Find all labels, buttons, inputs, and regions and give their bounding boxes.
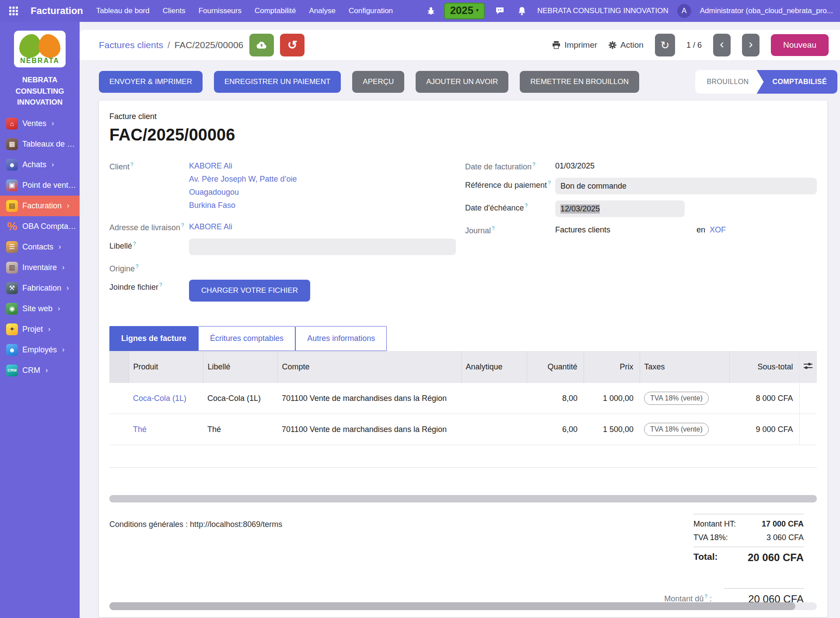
status-draft[interactable]: BROUILLON (707, 78, 756, 86)
pager-previous-button[interactable]: ‹ (713, 34, 731, 56)
menu-tableau-de-bord[interactable]: Tableau de bord (96, 7, 150, 15)
record-pager: 1 / 6 (686, 41, 702, 50)
sidebar-item-contacts[interactable]: ☰ Contacts› (0, 237, 80, 257)
product-link[interactable]: Thé (133, 425, 147, 434)
origin-label: Origine? (109, 261, 189, 274)
menu-comptabilite[interactable]: Comptabilité (255, 7, 296, 15)
row-handle-column (109, 351, 129, 383)
client-link[interactable]: KABORE Ali (189, 162, 232, 170)
line-label: Thé (203, 414, 277, 445)
line-analytic (461, 414, 527, 445)
due-date-input[interactable]: 12/03/2025 (555, 200, 685, 217)
untaxed-amount-label: Montant HT: (693, 520, 736, 529)
company-logo[interactable]: NEBRATA (14, 31, 66, 67)
label-field-label: Libellé? (109, 239, 189, 251)
sidebar-item-tableaux-de-bord[interactable]: ▦ Tableaux de … (0, 134, 80, 154)
discard-undo-button[interactable]: ↺ (280, 34, 304, 56)
menu-fournisseurs[interactable]: Fournisseurs (199, 7, 242, 15)
upload-file-button[interactable]: CHARGER VOTRE FICHIER (189, 280, 310, 302)
optional-columns-button[interactable] (799, 351, 817, 383)
project-bulb-icon: ✦ (6, 323, 18, 335)
sidebar-item-inventaire[interactable]: ▥ Inventaire› (0, 257, 80, 278)
pos-cart-icon: ▣ (6, 179, 18, 191)
fiscal-year-selector[interactable]: 2025 ▼ (444, 3, 485, 19)
menu-configuration[interactable]: Configuration (349, 7, 393, 15)
sidebar-item-crm[interactable]: CRM CRM› (0, 360, 80, 381)
client-country-line[interactable]: Burkina Faso (189, 201, 235, 210)
caret-down-icon: ▼ (475, 8, 480, 13)
app-sidebar: NEBRATA NEBRATA CONSULTING INNOVATION ⌂ … (0, 22, 80, 618)
user-menu[interactable]: Administrator (oba_cloud_nebrata_pro... (700, 7, 833, 15)
top-navbar: Facturation Tableau de bord Clients Four… (0, 0, 840, 22)
product-link[interactable]: Coca-Cola (1L) (133, 394, 186, 403)
sidebar-item-ventes[interactable]: ⌂ Ventes› (0, 113, 80, 134)
tab-journal-items[interactable]: Écritures comptables (198, 326, 295, 351)
menu-analyse[interactable]: Analyse (309, 7, 335, 15)
column-prix[interactable]: Prix (584, 351, 640, 383)
column-sous-total[interactable]: Sous-total (729, 351, 799, 383)
save-cloud-button[interactable] (249, 34, 274, 56)
preview-button[interactable]: APERÇU (352, 71, 404, 93)
user-avatar[interactable]: A (677, 4, 691, 18)
sidebar-item-projet[interactable]: ✦ Projet› (0, 319, 80, 340)
apps-grid-icon[interactable] (7, 4, 20, 18)
client-city-line[interactable]: Ouagadougou (189, 188, 239, 197)
send-print-button[interactable]: ENVOYER & IMPRIMER (99, 71, 203, 93)
printer-icon (552, 41, 560, 49)
sidebar-item-site-web[interactable]: ◉ Site web› (0, 298, 80, 319)
menu-clients[interactable]: Clients (163, 7, 186, 15)
table-horizontal-scrollbar[interactable] (109, 495, 817, 502)
column-quantite[interactable]: Quantité (527, 351, 584, 383)
sidebar-item-facturation[interactable]: ▤ Facturation› (0, 196, 80, 216)
tab-invoice-lines[interactable]: Lignes de facture (109, 326, 198, 351)
app-name[interactable]: Facturation (31, 5, 83, 17)
sidebar-item-point-de-vente[interactable]: ▣ Point de vent… (0, 175, 80, 196)
debug-bug-icon[interactable] (427, 7, 435, 15)
logo-text: NEBRATA (14, 57, 66, 65)
refresh-button[interactable]: ↻ (655, 34, 675, 56)
company-switcher[interactable]: NEBRATA CONSULTING INNOVATION (537, 7, 668, 15)
main-area: Factures clients / FAC/2025/00006 ↺ Impr… (80, 22, 840, 618)
line-analytic (461, 383, 527, 414)
notifications-bell-icon[interactable] (515, 4, 528, 18)
dashboard-icon: ▦ (6, 138, 18, 150)
delivery-address-label: Adresse de livraison? (109, 220, 189, 232)
column-analytique[interactable]: Analytique (461, 351, 527, 383)
column-compte[interactable]: Compte (277, 351, 461, 383)
column-produit[interactable]: Produit (129, 351, 203, 383)
help-icon: ? (136, 263, 139, 270)
client-label: Client? (109, 159, 189, 172)
add-credit-note-button[interactable]: AJOUTER UN AVOIR (416, 71, 508, 93)
table-row[interactable]: Coca-Cola (1L) Coca-Cola (1L) 701100 Ven… (109, 383, 817, 414)
sidebar-item-achats[interactable]: ☻ Achats› (0, 154, 80, 175)
sidebar-item-fabrication[interactable]: ⚒ Fabrication› (0, 278, 80, 298)
invoice-lines-table: Produit Libellé Compte Analytique Quanti… (109, 351, 817, 445)
pager-next-button[interactable]: › (742, 34, 760, 56)
delivery-address-link[interactable]: KABORE Ali (189, 222, 232, 231)
client-address-line[interactable]: Av. Père Joseph W, Patte d’oie (189, 175, 297, 183)
register-payment-button[interactable]: ENREGISTRER UN PAIEMENT (214, 71, 341, 93)
sidebar-item-employes[interactable]: ☻ Employés› (0, 340, 80, 360)
table-row[interactable]: Thé Thé 701100 Vente de marchandises dan… (109, 414, 817, 445)
sidebar-item-oba-comptabilite[interactable]: % OBA Compta… (0, 216, 80, 237)
status-posted[interactable]: COMPTABILISÉ (756, 70, 837, 94)
column-taxes[interactable]: Taxes (640, 351, 729, 383)
messages-icon[interactable] (494, 4, 507, 18)
tab-other-info[interactable]: Autres informations (295, 326, 387, 351)
payment-ref-input[interactable]: Bon de commande (555, 178, 817, 194)
table-header-row: Produit Libellé Compte Analytique Quanti… (109, 351, 817, 383)
scrollbar-thumb[interactable] (109, 602, 795, 610)
label-input[interactable] (189, 239, 456, 255)
new-record-button[interactable]: Nouveau (771, 34, 829, 56)
print-button[interactable]: Imprimer (552, 40, 597, 50)
column-libelle[interactable]: Libellé (203, 351, 277, 383)
reset-to-draft-button[interactable]: REMETTRE EN BROUILLON (520, 71, 639, 93)
currency-link[interactable]: XOF (710, 225, 726, 234)
breadcrumb[interactable]: Factures clients (99, 40, 163, 50)
sidebar-nav: ⌂ Ventes› ▦ Tableaux de … ☻ Achats› ▣ Po… (0, 113, 80, 381)
line-price: 1 500,00 (584, 414, 640, 445)
total-value: 20 060 CFA (748, 551, 804, 564)
action-menu-button[interactable]: Action (609, 40, 644, 50)
control-panel: Factures clients / FAC/2025/00006 ↺ Impr… (80, 30, 840, 60)
sheet-horizontal-scrollbar[interactable] (109, 602, 817, 610)
